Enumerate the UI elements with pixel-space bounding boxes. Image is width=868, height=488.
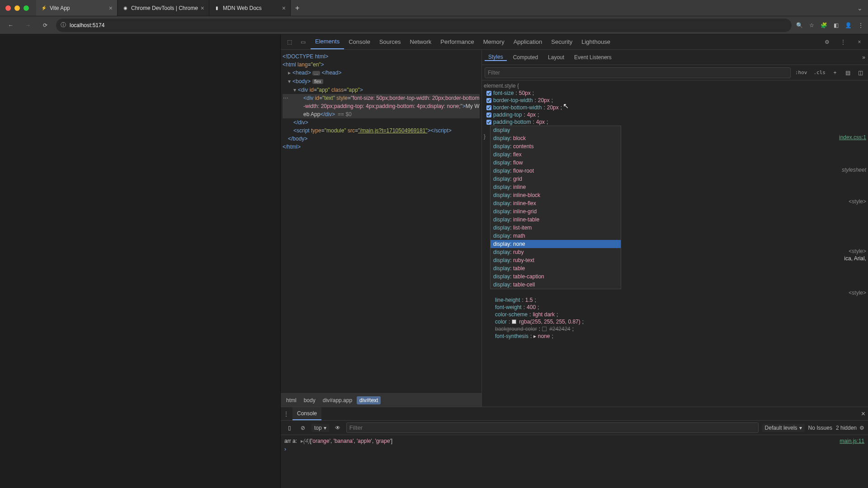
devtools-tab-lighthouse[interactable]: Lighthouse (577, 34, 615, 49)
css-autocomplete-dropdown[interactable]: displaydisplay: blockdisplay: contentsdi… (490, 126, 621, 289)
dom-node[interactable]: <script type="module" src="/main.js?t=17… (283, 127, 480, 135)
autocomplete-item[interactable]: display (491, 126, 621, 134)
console-filter-input[interactable] (346, 422, 759, 433)
site-info-icon[interactable]: ⓘ (61, 21, 66, 29)
css-property[interactable]: font-weight: 400; (484, 304, 866, 311)
drawer-close-icon[interactable]: × (861, 410, 865, 418)
hidden-count[interactable]: 2 hidden (836, 425, 857, 431)
forward-button[interactable]: → (22, 19, 34, 32)
close-tab-icon[interactable]: × (109, 5, 113, 12)
tab-overflow-icon[interactable]: ⌄ (857, 5, 863, 12)
dom-node[interactable]: </html> (283, 143, 480, 151)
css-property[interactable]: padding-top: 4px; (484, 111, 866, 118)
more-icon[interactable]: ⋮ (837, 36, 849, 48)
styles-tab-computed[interactable]: Computed (509, 54, 542, 61)
css-property[interactable]: border-top-width: 20px; (484, 97, 866, 104)
property-toggle[interactable] (486, 113, 491, 117)
dom-node-selected[interactable]: ⋯ <div id="text" style="font-size: 50px;… (283, 94, 480, 118)
back-button[interactable]: ← (5, 19, 17, 32)
inspect-element-icon[interactable]: ⬚ (283, 36, 295, 48)
css-property[interactable]: border-bottom-width: 20px; (484, 104, 866, 111)
address-bar[interactable]: ⓘ localhost:5174 (56, 19, 792, 32)
css-property[interactable]: font-size: 50px; (484, 89, 866, 97)
browser-tab-vite[interactable]: ⚡ Vite App × (36, 0, 118, 16)
browser-tab-devtools-docs[interactable]: ◉ Chrome DevTools | Chrome × (118, 0, 209, 16)
breadcrumb-item[interactable]: html (283, 396, 299, 404)
css-property[interactable]: padding-bottom: 4px; (484, 118, 866, 126)
autocomplete-item[interactable]: display: table-caption (491, 272, 621, 281)
extensions-icon[interactable]: 🧩 (821, 22, 827, 28)
dom-tree[interactable]: <!DOCTYPE html> <html lang="en"> ▸<head>… (281, 50, 481, 393)
breadcrumb-item[interactable]: div#app.app (320, 396, 355, 404)
drawer-tab-console[interactable]: Console (292, 407, 321, 420)
dom-node[interactable]: ▾<body>flex (283, 77, 480, 86)
console-output[interactable]: arr a: ▸ (4) ['orange', 'banana', 'apple… (281, 435, 868, 488)
console-source-link[interactable]: main.js:11 (840, 437, 864, 445)
autocomplete-item[interactable]: display: ruby (491, 248, 621, 256)
css-property[interactable]: line-height: 1.5; (484, 296, 866, 304)
autocomplete-item[interactable]: display: flow (491, 159, 621, 167)
console-settings-icon[interactable]: ⚙ (859, 425, 864, 431)
side-panel-icon[interactable]: ◧ (834, 22, 839, 28)
property-toggle[interactable] (486, 91, 491, 96)
autocomplete-item[interactable]: display: inline-table (491, 216, 621, 224)
profile-icon[interactable]: 👤 (845, 22, 852, 28)
autocomplete-item[interactable]: display: inline (491, 183, 621, 191)
live-expression-icon[interactable]: 👁 (333, 423, 343, 433)
autocomplete-item[interactable]: display: flow-root (491, 167, 621, 175)
drawer-menu-icon[interactable]: ⋮ (283, 411, 289, 417)
autocomplete-item[interactable]: display: table-cell (491, 281, 621, 289)
devtools-tab-sources[interactable]: Sources (375, 34, 406, 49)
close-window-icon[interactable] (5, 5, 11, 11)
dom-node[interactable]: <html lang="en"> (283, 61, 480, 69)
issues-link[interactable]: No Issues (808, 425, 832, 431)
dom-node[interactable]: </div> (283, 118, 480, 127)
dom-node[interactable]: ▾<div id="app" class="app"> (283, 86, 480, 94)
more-tabs-icon[interactable]: » (862, 54, 865, 61)
autocomplete-item[interactable]: display: flex (491, 150, 621, 159)
property-toggle[interactable] (486, 120, 491, 125)
browser-tab-mdn[interactable]: ▮ MDN Web Docs × (209, 0, 291, 16)
css-property[interactable]: font-synthesis: ▸ none; (484, 333, 866, 340)
devtools-tab-network[interactable]: Network (406, 34, 436, 49)
console-prompt[interactable]: › (284, 445, 864, 453)
close-tab-icon[interactable]: × (282, 5, 286, 12)
property-toggle[interactable] (486, 98, 491, 103)
menu-icon[interactable]: ⋮ (858, 22, 863, 28)
breadcrumb-item[interactable]: body (301, 396, 318, 404)
styles-tab-layout[interactable]: Layout (544, 54, 568, 61)
autocomplete-item[interactable]: display: math (491, 232, 621, 240)
clear-console-icon[interactable]: ⊘ (298, 423, 308, 433)
dom-node[interactable]: </body> (283, 135, 480, 143)
property-toggle[interactable] (486, 105, 491, 110)
hov-toggle[interactable]: :hov (793, 70, 809, 75)
autocomplete-item[interactable]: display: list-item (491, 224, 621, 232)
settings-icon[interactable]: ⚙ (821, 36, 833, 48)
devtools-tab-memory[interactable]: Memory (479, 34, 509, 49)
dom-node[interactable]: <!DOCTYPE html> (283, 52, 480, 61)
autocomplete-item[interactable]: display: ruby-text (491, 256, 621, 264)
styles-tab-styles[interactable]: Styles (485, 54, 507, 61)
devtools-tab-security[interactable]: Security (547, 34, 577, 49)
autocomplete-item[interactable]: display: inline-grid (491, 207, 621, 216)
css-property[interactable]: background-color: #242424; (484, 325, 866, 333)
close-devtools-icon[interactable]: × (854, 36, 865, 48)
dom-node[interactable]: ▸<head> … </head> (283, 69, 480, 77)
styles-tab-event-listeners[interactable]: Event Listeners (571, 54, 615, 61)
close-tab-icon[interactable]: × (201, 5, 204, 12)
autocomplete-item[interactable]: display: block (491, 134, 621, 142)
css-property[interactable]: color-scheme: light dark; (484, 311, 866, 318)
toggle-sidebar-icon[interactable]: ◫ (855, 68, 865, 78)
device-toolbar-icon[interactable]: ▭ (297, 36, 309, 48)
computed-styles-icon[interactable]: ▤ (843, 68, 853, 78)
devtools-tab-console[interactable]: Console (344, 34, 375, 49)
context-selector[interactable]: top ▾ (311, 424, 329, 432)
zoom-icon[interactable]: 🔍 (796, 22, 803, 28)
styles-filter-input[interactable] (485, 67, 791, 78)
styles-rules[interactable]: element.style { font-size: 50px;border-t… (482, 80, 868, 407)
autocomplete-item[interactable]: display: none (491, 240, 621, 248)
cls-toggle[interactable]: .cls (812, 70, 828, 75)
autocomplete-item[interactable]: display: contents (491, 142, 621, 150)
flex-badge[interactable]: flex (312, 79, 323, 84)
maximize-window-icon[interactable] (24, 5, 29, 11)
